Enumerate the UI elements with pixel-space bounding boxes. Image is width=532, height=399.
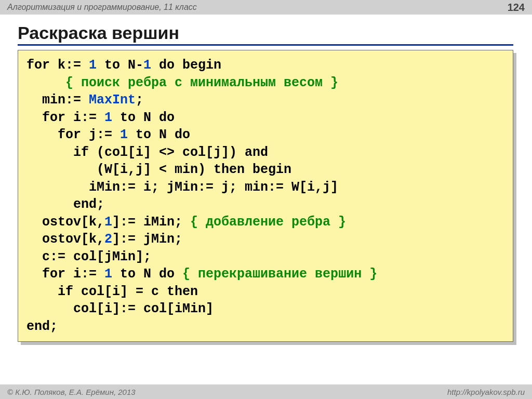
code-l7: (W[i,j] < min) then begin: [26, 162, 291, 177]
code-block: for k:= 1 to N-1 do begin { поиск ребра …: [18, 50, 513, 342]
code-block-wrap: for k:= 1 to N-1 do begin { поиск ребра …: [18, 50, 513, 342]
header-bar: Алгоритмизация и программирование, 11 кл…: [0, 0, 532, 15]
code-l6: if (col[i] <> col[j]) and: [26, 145, 268, 160]
code-l9: end;: [26, 197, 104, 212]
header-subject: Алгоритмизация и программирование, 11 кл…: [7, 3, 197, 12]
code-l1: for k:= 1 to N-1 do begin: [26, 58, 221, 73]
code-l3: min:= MaxInt;: [26, 92, 143, 108]
code-l11: ostov[k,2]:= jMin;: [26, 232, 182, 247]
page-number: 124: [508, 2, 525, 14]
code-l10: ostov[k,1]:= iMin; { добавление ребра }: [26, 215, 346, 230]
code-l2: { поиск ребра с минимальным весом }: [26, 75, 338, 90]
code-l8: iMin:= i; jMin:= j; min:= W[i,j]: [26, 180, 338, 195]
footer-bar: © К.Ю. Поляков, Е.А. Ерёмин, 2013 http:/…: [0, 384, 532, 399]
code-l15: col[i]:= col[iMin]: [26, 301, 214, 316]
slide-title: Раскраска вершин: [18, 23, 513, 46]
code-l5: for j:= 1 to N do: [26, 127, 190, 142]
code-l13: for i:= 1 to N do { перекрашивание верши…: [26, 267, 377, 282]
code-l16: end;: [26, 319, 58, 334]
footer-copyright: © К.Ю. Поляков, Е.А. Ерёмин, 2013: [7, 388, 136, 396]
code-l14: if col[i] = c then: [26, 284, 198, 299]
code-l4: for i:= 1 to N do: [26, 110, 175, 125]
code-l12: c:= col[jMin];: [26, 249, 151, 264]
footer-url: http://kpolyakov.spb.ru: [447, 388, 525, 396]
